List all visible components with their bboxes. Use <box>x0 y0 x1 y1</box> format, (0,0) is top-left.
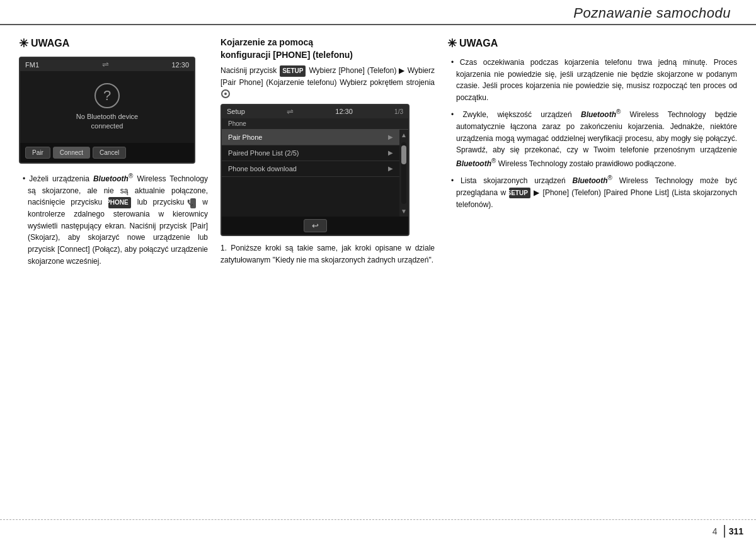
column-2: Kojarzenie za pomocą konfiguracji [PHONE… <box>220 37 435 507</box>
setup-item-label-2: Phone book download <box>228 165 297 172</box>
scroll-track <box>401 142 406 204</box>
scroll-up-icon[interactable]: ▲ <box>401 130 407 140</box>
column-3: ✳ UWAGA Czas oczekiwania podczas kojarze… <box>447 37 737 507</box>
col1-bullet-text: Jeżeli urządzenia Bluetooth® Wireless Te… <box>19 171 208 271</box>
col3-bullet-0: Czas oczekiwania podczas kojarzenia tele… <box>447 57 737 103</box>
setup-item-label-0: Pair Phone <box>228 133 262 141</box>
uwaga-star-3: ✳ <box>447 37 457 50</box>
setup-menu-item-0[interactable]: Pair Phone ▶ <box>222 130 399 145</box>
bluetooth-name-1: Bluetooth <box>93 174 129 183</box>
setup-arrow-2: ▶ <box>388 165 393 172</box>
setup-title: Setup <box>227 108 245 115</box>
setup-body: Pair Phone ▶ Paired Phone List (2/5) ▶ P… <box>222 130 408 217</box>
col2-instruction: Naciśnij przycisk SETUP Wybierz [Phone] … <box>220 65 435 100</box>
uwaga-heading-1: ✳ UWAGA <box>19 37 208 50</box>
bluetooth-screen-mockup: FM1 ⇌ 12:30 ? No Bluetooth device connec… <box>19 57 195 164</box>
screen-connect-btn[interactable]: Connect <box>53 147 90 159</box>
bluetooth-name-col3-2: Bluetooth <box>456 159 491 168</box>
screen-buttons-bar: Pair Connect Cancel <box>20 143 194 162</box>
no-bluetooth-text: No Bluetooth device connected <box>76 112 138 132</box>
page-header: Poznawanie samochodu <box>0 0 756 25</box>
setup-menu: Pair Phone ▶ Paired Phone List (2/5) ▶ P… <box>222 130 399 217</box>
col2-step1: 1. Poniższe kroki są takie same, jak kro… <box>220 242 435 266</box>
phone-icon-inline: 📞 <box>190 198 196 208</box>
setup-menu-item-1[interactable]: Paired Phone List (2/5) ▶ <box>222 145 399 161</box>
main-content: ✳ UWAGA FM1 ⇌ 12:30 ? No Bluetooth devic… <box>0 25 756 513</box>
page-number-box: 4 311 <box>713 525 743 538</box>
uwaga-heading-3: ✳ UWAGA <box>447 37 737 50</box>
bluetooth-name-col3-3: Bluetooth <box>573 176 608 185</box>
setup-menu-item-2[interactable]: Phone book download ▶ <box>222 161 399 177</box>
col1-bullet-item: Jeżeli urządzenia Bluetooth® Wireless Te… <box>19 171 208 267</box>
setup-bottom-bar: ↩ <box>222 217 408 235</box>
setup-page-num: 1/3 <box>394 108 403 115</box>
screen-fm: FM1 <box>25 61 39 69</box>
screen-cancel-btn[interactable]: Cancel <box>93 147 126 159</box>
setup-badge-1: SETUP <box>280 65 306 77</box>
back-button[interactable]: ↩ <box>304 219 327 232</box>
col3-bullet-2: Lista skojarzonych urządzeń Bluetooth® W… <box>447 173 737 210</box>
uwaga-star-1: ✳ <box>19 37 28 50</box>
question-circle: ? <box>94 83 120 108</box>
screen-top-bar: FM1 ⇌ 12:30 <box>20 58 194 71</box>
page-title: Poznawanie samochodu <box>573 5 731 21</box>
page-footer: 4 311 <box>0 519 756 542</box>
uwaga-label-1: UWAGA <box>31 38 69 49</box>
setup-item-label-1: Paired Phone List (2/5) <box>228 149 299 157</box>
setup-arrow-0: ▶ <box>388 133 393 140</box>
page-chapter: 4 <box>713 526 718 536</box>
setup-screen-mockup: Setup ⇌ 12:30 1/3 Phone Pair Phone ▶ Pai… <box>220 104 410 236</box>
col2-heading: Kojarzenie za pomocą konfiguracji [PHONE… <box>220 37 435 61</box>
screen-time: 12:30 <box>171 61 189 69</box>
page-divider <box>724 525 725 538</box>
col3-bullet-1: Zwykle, większość urządzeń Bluetooth® Wi… <box>447 107 737 169</box>
setup-time: 12:30 <box>335 108 353 115</box>
col3-bullets: Czas oczekiwania podczas kojarzenia tele… <box>447 57 737 214</box>
setup-badge-col3: SETUP <box>509 188 530 199</box>
setup-top-bar: Setup ⇌ 12:30 1/3 <box>222 105 408 118</box>
usb-icon: ⇌ <box>102 60 109 69</box>
page-number: 311 <box>729 526 743 536</box>
screen-body: ? No Bluetooth device connected <box>20 71 194 143</box>
setup-usb-icon: ⇌ <box>287 107 294 116</box>
bluetooth-name-col3-1: Bluetooth <box>581 110 616 119</box>
phone-badge-1: PHONE <box>108 197 131 208</box>
column-1: ✳ UWAGA FM1 ⇌ 12:30 ? No Bluetooth devic… <box>19 37 208 507</box>
screen-pair-btn[interactable]: Pair <box>25 147 50 159</box>
scroll-down-icon[interactable]: ▼ <box>401 206 407 217</box>
uwaga-label-3: UWAGA <box>459 38 498 49</box>
scroll-thumb <box>401 145 406 164</box>
setup-subtitle: Phone <box>222 118 408 130</box>
setup-arrow-1: ▶ <box>388 149 393 156</box>
setup-scrollbar: ▲ ▼ <box>399 130 408 217</box>
knob-icon <box>221 89 230 98</box>
